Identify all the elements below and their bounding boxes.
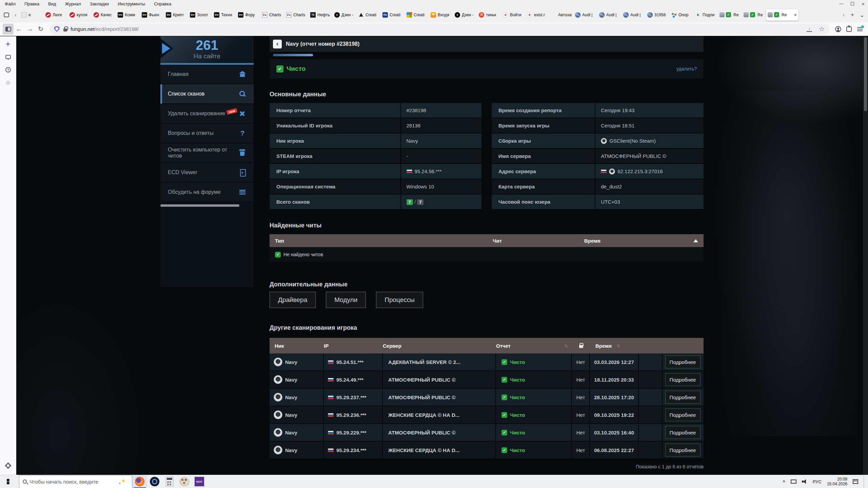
synced-tabs-icon[interactable] bbox=[3, 52, 13, 62]
sidebar-nav-item[interactable]: Удалить сканированиеnew bbox=[160, 104, 254, 124]
browser-tab[interactable]: Дзен - bbox=[333, 9, 357, 21]
details-button[interactable]: Подробнее bbox=[665, 408, 701, 421]
menu-item[interactable]: Справка bbox=[154, 1, 171, 6]
taskbar-paint-icon[interactable] bbox=[177, 475, 192, 488]
col-report[interactable]: Отчет↑↓ bbox=[496, 343, 572, 349]
menu-item[interactable]: Журнал bbox=[65, 1, 81, 6]
sidebar-toggle-button[interactable] bbox=[3, 24, 14, 35]
search-input[interactable] bbox=[29, 479, 116, 485]
col-lock[interactable] bbox=[572, 344, 590, 348]
taskbar-nzxt-icon[interactable]: NZXT bbox=[192, 475, 207, 488]
save-to-pocket-icon[interactable]: ↓ bbox=[807, 26, 812, 32]
tray-language[interactable]: РУС bbox=[813, 479, 822, 484]
scroll-tabs-left-icon[interactable]: ‹ bbox=[12, 12, 20, 18]
scroll-tabs-right-icon[interactable]: › bbox=[840, 12, 848, 18]
browser-tab[interactable]: Charts bbox=[260, 9, 284, 21]
browser-tab[interactable]: Люге bbox=[44, 9, 68, 21]
details-button[interactable]: Подробнее bbox=[665, 426, 701, 439]
tracking-shield-icon[interactable] bbox=[54, 26, 59, 32]
browser-tab[interactable]: Audi | bbox=[573, 9, 597, 21]
extra-data-button[interactable]: Модули bbox=[326, 292, 366, 308]
browser-tab[interactable]: Creati bbox=[381, 9, 405, 21]
sidebar-settings-gear-icon[interactable] bbox=[3, 461, 13, 471]
tray-display-icon[interactable] bbox=[791, 480, 796, 484]
taskbar-firefox-icon[interactable] bbox=[132, 475, 147, 488]
menu-item[interactable]: Файл bbox=[5, 1, 16, 6]
details-button[interactable]: Подробнее bbox=[665, 373, 701, 386]
menu-item[interactable]: Правка bbox=[24, 1, 39, 6]
browser-tab[interactable]: Creati bbox=[405, 9, 429, 21]
collapse-chevron-icon[interactable] bbox=[693, 239, 698, 242]
taskbar-search[interactable] bbox=[19, 475, 132, 488]
sidebar-nav-item[interactable]: Очистить компьютер от читов bbox=[160, 143, 254, 163]
sort-icon[interactable]: ↑↓ bbox=[616, 343, 619, 349]
sort-icon[interactable]: ↑↓ bbox=[564, 343, 567, 349]
browser-tab[interactable]: Нефть bbox=[309, 9, 333, 21]
sidebar-nav-item[interactable]: ECD Viewer bbox=[160, 163, 254, 183]
show-desktop-sliver[interactable] bbox=[864, 475, 865, 488]
col-server[interactable]: Сервер bbox=[383, 343, 496, 349]
browser-tab[interactable]: Войти bbox=[501, 9, 525, 21]
ai-chatbot-icon[interactable] bbox=[3, 39, 13, 49]
browser-tab[interactable]: Золот bbox=[188, 9, 212, 21]
browser-tab[interactable]: Re bbox=[718, 9, 742, 21]
browser-tab[interactable]: Фьюч bbox=[140, 9, 164, 21]
browser-tab[interactable]: Входя bbox=[429, 9, 453, 21]
browser-tab[interactable]: Подпи bbox=[694, 9, 718, 21]
list-all-tabs-icon[interactable]: ⌄ bbox=[857, 12, 867, 19]
browser-tab[interactable]: exist.r bbox=[525, 9, 549, 21]
start-button[interactable] bbox=[0, 475, 19, 488]
history-clock-icon[interactable] bbox=[3, 65, 13, 75]
new-tab-button[interactable]: + bbox=[848, 12, 857, 18]
report-back-button[interactable]: ‹ bbox=[273, 40, 282, 48]
browser-tab[interactable]: Audi | bbox=[622, 9, 646, 21]
menu-item[interactable]: Закладки bbox=[90, 1, 109, 6]
tray-volume-icon[interactable] bbox=[802, 479, 807, 484]
col-time[interactable]: Время↑↓ bbox=[590, 343, 639, 349]
window-close-icon[interactable]: × bbox=[862, 1, 865, 7]
browser-tab[interactable]: Крипт bbox=[164, 9, 188, 21]
copilot-sparkle-icon[interactable] bbox=[118, 478, 129, 485]
forward-button[interactable]: → bbox=[24, 24, 35, 35]
minimize-icon[interactable]: — bbox=[839, 1, 843, 6]
tab-close-icon[interactable]: × bbox=[794, 12, 797, 18]
bookmark-star-icon[interactable]: ☆ bbox=[819, 26, 825, 32]
firefox-view-icon[interactable] bbox=[1, 10, 12, 20]
browser-tab[interactable]: купля bbox=[68, 9, 92, 21]
sidebar-nav-item[interactable]: Вопросы и ответы bbox=[160, 124, 254, 143]
taskbar-ring-app-icon[interactable] bbox=[147, 475, 162, 488]
extra-data-button[interactable]: Процессы bbox=[376, 292, 423, 308]
sidebar-nav-item[interactable]: Список сканов bbox=[160, 84, 254, 104]
tray-expand-icon[interactable]: ^ bbox=[783, 479, 785, 484]
details-button[interactable]: Подробнее bbox=[665, 355, 701, 368]
tray-clock[interactable]: 20:0915.04.2026 bbox=[827, 477, 847, 486]
browser-tab[interactable]: Charts bbox=[284, 9, 309, 21]
maximize-icon[interactable] bbox=[851, 2, 854, 5]
col-nick[interactable]: Ник bbox=[270, 343, 324, 349]
https-lock-icon[interactable] bbox=[63, 28, 67, 32]
menu-item[interactable]: Вид bbox=[48, 1, 56, 6]
cheats-table-header[interactable]: Тип Чит Время bbox=[270, 234, 704, 247]
page-scrollbar[interactable] bbox=[863, 36, 868, 475]
browser-tab[interactable]: тиньк bbox=[477, 9, 501, 21]
browser-tab[interactable]: Creati bbox=[357, 9, 381, 21]
browser-tab[interactable]: Фору bbox=[236, 9, 260, 21]
url-text[interactable]: fungun.net/ecd/report/238198/ bbox=[71, 26, 139, 32]
menu-item[interactable]: Инструменты bbox=[118, 1, 145, 6]
bookmarks-star-icon[interactable]: ☆ bbox=[3, 78, 13, 88]
browser-tab[interactable]: Re × bbox=[766, 9, 798, 21]
browser-tab[interactable]: Audi | bbox=[597, 9, 622, 21]
sidebar-nav-item[interactable]: Обсудить на форуме bbox=[160, 183, 254, 202]
extra-data-button[interactable]: Драйвера bbox=[270, 292, 316, 308]
back-button[interactable]: ← bbox=[14, 24, 24, 35]
account-icon[interactable] bbox=[833, 24, 844, 35]
col-ip[interactable]: IP bbox=[324, 343, 383, 349]
details-button[interactable]: Подробнее bbox=[665, 391, 701, 404]
browser-tab[interactable]: е bbox=[20, 9, 44, 21]
browser-tab[interactable]: Опор bbox=[670, 9, 694, 21]
browser-tab[interactable]: Техни bbox=[212, 9, 236, 21]
reload-button[interactable]: ↻ bbox=[35, 24, 46, 35]
url-bar[interactable]: fungun.net/ecd/report/238198/ ↓ ☆ bbox=[50, 24, 829, 35]
browser-tab[interactable]: Качес bbox=[92, 9, 116, 21]
extensions-puzzle-icon[interactable] bbox=[844, 24, 854, 35]
